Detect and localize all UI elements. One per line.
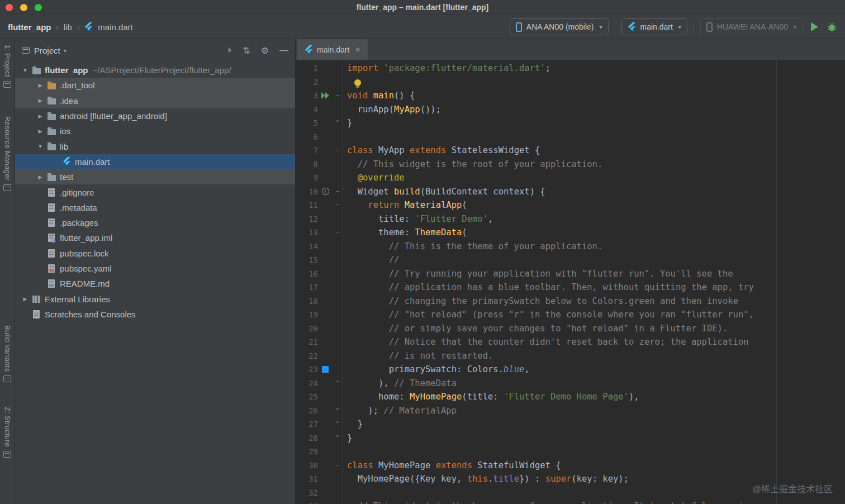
code-line-11[interactable]: 11− return MaterialApp( bbox=[296, 198, 845, 212]
gutter-icon-slot: ↑ bbox=[318, 185, 333, 199]
chevron-down-icon[interactable]: ▼ bbox=[20, 68, 31, 73]
code-line-15[interactable]: 15 // bbox=[296, 253, 845, 267]
override-method-icon[interactable]: ↑ bbox=[322, 188, 329, 195]
code-line-16[interactable]: 16 // Try running your application with … bbox=[296, 267, 845, 281]
intention-bulb-icon[interactable] bbox=[354, 79, 361, 86]
code-line-5[interactable]: 5^} bbox=[296, 116, 845, 130]
chevron-right-icon[interactable]: ▶ bbox=[35, 83, 46, 88]
code-line-6[interactable]: 6 bbox=[296, 130, 845, 144]
tool-window-button-build-variants[interactable]: Build Variants bbox=[0, 325, 15, 382]
code-line-12[interactable]: 12 title: 'Flutter Demo', bbox=[296, 212, 845, 226]
fold-marker-icon[interactable]: − bbox=[333, 226, 343, 240]
code-line-8[interactable]: 8 // This widget is the root of your app… bbox=[296, 158, 845, 172]
tree-item-external-libraries[interactable]: ▶External Libraries bbox=[15, 291, 295, 306]
code-line-25[interactable]: 25 home: MyHomePage(title: 'Flutter Demo… bbox=[296, 390, 845, 404]
tree-item-pubspec.lock[interactable]: pubspec.lock bbox=[15, 246, 295, 261]
locate-file-icon[interactable]: ⌖ bbox=[227, 45, 232, 55]
breadcrumb-separator-icon: › bbox=[77, 23, 79, 31]
chevron-right-icon[interactable]: ▶ bbox=[35, 98, 46, 103]
tool-window-button-structure[interactable]: Z: Structure bbox=[0, 407, 15, 458]
code-line-22[interactable]: 22 // is not restarted. bbox=[296, 349, 845, 363]
tree-item-scratches-and-consoles[interactable]: Scratches and Consoles bbox=[15, 307, 295, 322]
run-button[interactable] bbox=[811, 22, 818, 31]
code-line-24[interactable]: 24^ ), // ThemeData bbox=[296, 377, 845, 391]
tool-window-button-project[interactable]: 1: Project bbox=[0, 45, 15, 88]
tab-main-dart[interactable]: main.dart ✕ bbox=[297, 39, 368, 60]
device-selector-dropdown[interactable]: ANA AN00 (mobile) ▾ bbox=[510, 18, 609, 35]
code-line-21[interactable]: 21 // Notice that the counter didn't res… bbox=[296, 335, 845, 349]
tree-item-flutter-app.iml[interactable]: flutter_app.iml bbox=[15, 230, 295, 245]
debug-button[interactable] bbox=[827, 22, 837, 32]
tree-item-.gitignore[interactable]: .gitignore bbox=[15, 184, 295, 199]
fold-marker-icon[interactable]: − bbox=[333, 144, 343, 158]
code-line-26[interactable]: 26^ ); // MaterialApp bbox=[296, 404, 845, 418]
tree-item-test[interactable]: ▶test bbox=[15, 169, 295, 184]
code-line-23[interactable]: 23 primarySwatch: Colors.blue, bbox=[296, 363, 845, 377]
chevron-down-icon[interactable]: ▾ bbox=[64, 47, 67, 54]
tree-item-pubspec.yaml[interactable]: YMLpubspec.yaml bbox=[15, 261, 295, 276]
fold-marker-icon[interactable]: ^ bbox=[333, 116, 343, 130]
close-window-button[interactable] bbox=[6, 4, 13, 11]
fold-marker-icon[interactable]: − bbox=[333, 89, 343, 103]
fold-marker-icon[interactable]: ^ bbox=[333, 431, 343, 445]
code-line-27[interactable]: 27^ } bbox=[296, 417, 845, 431]
code-line-4[interactable]: 4 runApp(MyApp()); bbox=[296, 103, 845, 117]
fold-marker-icon[interactable]: ^ bbox=[333, 417, 343, 431]
tree-item-.metadata[interactable]: .metadata bbox=[15, 200, 295, 215]
code-line-33[interactable]: 33 // This widget is the home page of yo… bbox=[296, 500, 845, 504]
breadcrumb-project[interactable]: flutter_app bbox=[8, 22, 51, 32]
code-line-7[interactable]: 7−class MyApp extends StatelessWidget { bbox=[296, 144, 845, 158]
tree-item-flutter-app[interactable]: ▼flutter_app~/ASProject/FluterProject/fl… bbox=[15, 63, 295, 78]
tree-item-main.dart[interactable]: main.dart bbox=[15, 154, 295, 169]
tool-window-button-resource-manager[interactable]: Resource Manager bbox=[0, 116, 15, 191]
project-panel-title[interactable]: Project bbox=[34, 46, 60, 55]
collapse-all-icon[interactable]: ⇅ bbox=[243, 45, 250, 56]
fold-marker-icon[interactable]: − bbox=[333, 459, 343, 473]
fold-marker-icon[interactable]: − bbox=[333, 185, 343, 199]
code-line-20[interactable]: 20 // or simply save your changes to "ho… bbox=[296, 322, 845, 336]
close-tab-icon[interactable]: ✕ bbox=[355, 46, 360, 54]
tree-item-readme.md[interactable]: MDREADME.md bbox=[15, 276, 295, 291]
code-line-14[interactable]: 14 // This is the theme of your applicat… bbox=[296, 240, 845, 254]
code-line-17[interactable]: 17 // application has a blue toolbar. Th… bbox=[296, 280, 845, 294]
chevron-right-icon[interactable]: ▶ bbox=[35, 129, 46, 134]
code-line-2[interactable]: 2 bbox=[296, 75, 845, 89]
code-text: // This is the theme of your application… bbox=[343, 240, 602, 254]
zoom-window-button[interactable] bbox=[35, 4, 42, 11]
tree-item-.idea[interactable]: ▶.idea bbox=[15, 93, 295, 108]
tree-item-ios[interactable]: ▶ios bbox=[15, 123, 295, 139]
tree-item-.packages[interactable]: .packages bbox=[15, 215, 295, 230]
secondary-device-dropdown[interactable]: HUAWEI ANA-AN00 ▾ bbox=[700, 18, 803, 35]
fold-marker-icon[interactable]: ^ bbox=[333, 377, 343, 391]
code-line-9[interactable]: 9 @override bbox=[296, 171, 845, 185]
code-line-19[interactable]: 19 // "hot reload" (press "r" in the con… bbox=[296, 308, 845, 322]
tree-item-lib[interactable]: ▼lib bbox=[15, 139, 295, 154]
gear-icon[interactable]: ⚙ bbox=[261, 45, 269, 56]
fold-marker-icon[interactable]: ^ bbox=[333, 404, 343, 418]
code-line-10[interactable]: 10↑− Widget build(BuildContext context) … bbox=[296, 185, 845, 199]
code-line-28[interactable]: 28^} bbox=[296, 431, 845, 445]
minimize-window-button[interactable] bbox=[20, 4, 27, 11]
line-number: 33 bbox=[296, 500, 318, 504]
code-editor[interactable]: 1import 'package:flutter/material.dart';… bbox=[296, 60, 845, 504]
code-line-13[interactable]: 13− theme: ThemeData( bbox=[296, 226, 845, 240]
chevron-down-icon[interactable]: ▼ bbox=[35, 144, 46, 149]
fold-marker-icon[interactable]: − bbox=[333, 198, 343, 212]
tree-item-android-flutter-app-android-[interactable]: ▶android [flutter_app_android] bbox=[15, 108, 295, 123]
code-line-29[interactable]: 29 bbox=[296, 445, 845, 459]
code-line-3[interactable]: 3−void main() { bbox=[296, 89, 845, 103]
chevron-right-icon[interactable]: ▶ bbox=[35, 113, 46, 119]
color-preview-icon[interactable] bbox=[322, 366, 329, 373]
run-main-icon[interactable] bbox=[321, 92, 330, 99]
breadcrumb-file[interactable]: main.dart bbox=[98, 22, 133, 32]
code-line-1[interactable]: 1import 'package:flutter/material.dart'; bbox=[296, 61, 845, 75]
hide-panel-icon[interactable]: — bbox=[279, 45, 288, 55]
chevron-right-icon[interactable]: ▶ bbox=[20, 296, 31, 302]
chevron-right-icon[interactable]: ▶ bbox=[35, 174, 46, 180]
main-area: 1: Project Resource Manager Build Varian… bbox=[0, 39, 845, 504]
tree-item-.dart-tool[interactable]: ▶.dart_tool bbox=[15, 78, 295, 93]
code-line-18[interactable]: 18 // changing the primarySwatch below t… bbox=[296, 294, 845, 308]
code-line-30[interactable]: 30−class MyHomePage extends StatefulWidg… bbox=[296, 459, 845, 473]
breadcrumb-lib[interactable]: lib bbox=[64, 22, 72, 32]
run-configuration-dropdown[interactable]: main.dart ▾ bbox=[621, 18, 687, 35]
